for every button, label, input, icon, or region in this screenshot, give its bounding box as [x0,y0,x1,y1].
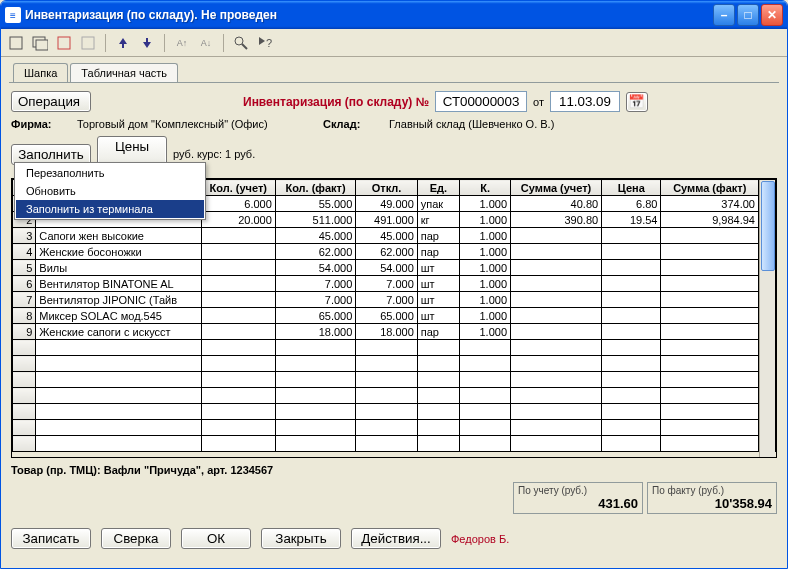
col-otkl[interactable]: Откл. [356,180,417,196]
calendar-icon: 📅 [628,94,645,109]
col-kol-u[interactable]: Кол. (учет) [201,180,275,196]
svg-rect-3 [58,37,70,49]
menu-refresh[interactable]: Обновить [16,182,204,200]
col-sum-f[interactable]: Сумма (факт) [661,180,758,196]
toolbar-up-icon[interactable] [114,34,132,52]
fill-menu: Перезаполнить Обновить Заполнить из терм… [14,162,206,220]
table-row[interactable] [13,436,776,452]
table-row[interactable]: 9Женские сапоги с искусст18.00018.000пар… [13,324,776,340]
doc-title: Инвентаризация (по складу) № [243,95,429,109]
menu-fill-from-terminal[interactable]: Заполнить из терминала [16,200,204,218]
table-row[interactable]: 6Вентилятор BINATONE AL7.0007.000шт1.000 [13,276,776,292]
table-row[interactable] [13,356,776,372]
table-row[interactable]: 5Вилы54.00054.000шт1.000 [13,260,776,276]
app-window: ≡ Инвентаризация (по складу). Не проведе… [0,0,788,569]
toolbar: A↑ A↓ ? [1,29,787,57]
bottom-bar: Записать Сверка ОК Закрыть Действия... Ф… [1,522,787,555]
tabs: Шапка Табличная часть [1,57,787,82]
col-sum-u[interactable]: Сумма (учет) [511,180,602,196]
col-cena[interactable]: Цена [602,180,661,196]
close-button[interactable]: ✕ [761,4,783,26]
col-ed[interactable]: Ед. [417,180,459,196]
firm-label: Фирма: [11,118,71,130]
col-kol-f[interactable]: Кол. (факт) [275,180,356,196]
table-row[interactable] [13,388,776,404]
operation-button[interactable]: Операция [11,91,91,112]
svg-text:?: ? [266,37,272,49]
titlebar[interactable]: ≡ Инвентаризация (по складу). Не проведе… [1,1,787,29]
vertical-scrollbar[interactable] [759,180,775,458]
svg-rect-0 [10,37,22,49]
table-row[interactable]: 7Вентилятор JIPONIC (Тайв7.0007.000шт1.0… [13,292,776,308]
doc-number-input[interactable] [435,91,527,112]
warehouse-label: Склад: [323,118,383,130]
table-row[interactable] [13,404,776,420]
rate-label: руб. курс: 1 руб. [173,148,255,160]
calendar-button[interactable]: 📅 [626,92,648,112]
minimize-button[interactable]: – [713,4,735,26]
svg-line-6 [242,44,247,49]
toolbar-down-icon[interactable] [138,34,156,52]
total-actual: По факту (руб.) 10'358.94 [647,482,777,514]
warehouse-value: Главный склад (Шевченко О. В.) [389,118,554,130]
current-user: Федоров Б. [451,533,509,545]
table-row[interactable]: 3Сапоги жен высокие45.00045.000пар1.000 [13,228,776,244]
data-grid[interactable]: N Товар Кол. (учет) Кол. (факт) Откл. Ед… [11,178,777,458]
firm-value: Торговый дом "Комплексный" (Офис) [77,118,317,130]
table-row[interactable]: 8Миксер SOLAC мод.54565.00065.000шт1.000 [13,308,776,324]
maximize-button[interactable]: □ [737,4,759,26]
svg-rect-4 [82,37,94,49]
svg-rect-2 [36,40,48,50]
app-icon: ≡ [5,7,21,23]
menu-refill[interactable]: Перезаполнить [16,164,204,182]
tab-table[interactable]: Табличная часть [70,63,178,82]
toolbar-search-icon[interactable] [232,34,250,52]
table-row[interactable] [13,340,776,356]
table-row[interactable] [13,420,776,436]
total-accounting: По учету (руб.) 431.60 [513,482,643,514]
doc-date-input[interactable] [550,91,620,112]
actions-button[interactable]: Действия... [351,528,441,549]
save-button[interactable]: Записать [11,528,91,549]
table-row[interactable] [13,372,776,388]
toolbar-sort-asc-icon[interactable]: A↑ [173,34,191,52]
current-item-label: Товар (пр. ТМЦ): Вафли "Причуда", арт. 1… [11,464,777,476]
tab-header[interactable]: Шапка [13,63,68,82]
col-k[interactable]: К. [460,180,511,196]
date-label: от [533,96,544,108]
close-dialog-button[interactable]: Закрыть [261,528,341,549]
ok-button[interactable]: ОК [181,528,251,549]
toolbar-icon-4[interactable] [79,34,97,52]
toolbar-help-icon[interactable]: ? [256,34,274,52]
table-row[interactable]: 4Женские босоножки62.00062.000пар1.000 [13,244,776,260]
toolbar-icon-1[interactable] [7,34,25,52]
toolbar-icon-3[interactable] [55,34,73,52]
toolbar-icon-2[interactable] [31,34,49,52]
window-title: Инвентаризация (по складу). Не проведен [25,8,713,22]
svg-point-5 [235,37,243,45]
toolbar-sort-desc-icon[interactable]: A↓ [197,34,215,52]
reconcile-button[interactable]: Сверка [101,528,171,549]
